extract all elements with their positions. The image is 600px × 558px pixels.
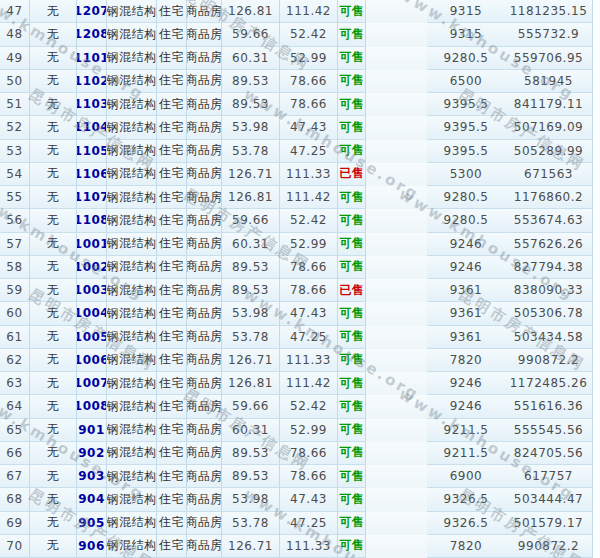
room-number-link[interactable]: 1006 [77, 349, 107, 372]
inner-area-cell: 78.66 [280, 93, 338, 116]
total-price-cell: 617757 [505, 465, 593, 488]
unit-price-cell: 9246 [427, 395, 505, 418]
property-type-cell: 商品房 [187, 372, 222, 395]
edge-spacer [593, 302, 600, 325]
spacer-cell [366, 395, 427, 418]
inner-area-cell: 111.33 [280, 535, 338, 558]
room-number-link[interactable]: 1002 [77, 256, 107, 279]
edge-spacer [593, 512, 600, 535]
flag-cell: 无 [30, 47, 77, 70]
flag-cell: 无 [30, 302, 77, 325]
inner-area-cell: 47.43 [280, 116, 338, 139]
unit-price-cell: 9315 [427, 23, 505, 46]
room-number-link[interactable]: 906 [77, 535, 107, 558]
room-number-link[interactable]: 1008 [77, 395, 107, 418]
spacer-cell [366, 186, 427, 209]
room-number-link[interactable]: 901 [77, 419, 107, 442]
status-cell: 已售 [338, 279, 366, 302]
usage-cell: 住宅 [157, 442, 187, 465]
build-area-cell: 59.66 [222, 395, 280, 418]
structure-cell: 钢混结构 [107, 349, 157, 372]
unit-price-cell: 9326.5 [427, 512, 505, 535]
spacer-cell [366, 488, 427, 511]
flag-cell: 无 [30, 186, 77, 209]
build-area-cell: 53.78 [222, 326, 280, 349]
total-price-cell: 555732.9 [505, 23, 593, 46]
flag-cell: 无 [30, 233, 77, 256]
structure-cell: 钢混结构 [107, 163, 157, 186]
property-type-cell: 商品房 [187, 256, 222, 279]
room-number-link[interactable]: 1103 [77, 93, 107, 116]
table-row: 65无901钢混结构住宅商品房60.3152.99可售9211.5555545.… [0, 419, 600, 442]
room-number-link[interactable]: 1105 [77, 140, 107, 163]
build-area-cell: 126.81 [222, 186, 280, 209]
structure-cell: 钢混结构 [107, 395, 157, 418]
room-number-link[interactable]: 904 [77, 488, 107, 511]
spacer-cell [366, 70, 427, 93]
row-number-cell: 58 [0, 256, 30, 279]
room-number-link[interactable]: 1208 [77, 23, 107, 46]
usage-cell: 住宅 [157, 23, 187, 46]
room-number-link[interactable]: 1207 [77, 0, 107, 23]
room-number-link[interactable]: 905 [77, 512, 107, 535]
room-number-link[interactable]: 1104 [77, 116, 107, 139]
row-number-cell: 62 [0, 349, 30, 372]
inner-area-cell: 52.42 [280, 23, 338, 46]
property-type-cell: 商品房 [187, 326, 222, 349]
unit-price-cell: 9246 [427, 372, 505, 395]
room-number-link[interactable]: 1004 [77, 302, 107, 325]
room-number-link[interactable]: 903 [77, 465, 107, 488]
edge-spacer [593, 349, 600, 372]
room-number-link[interactable]: 1007 [77, 372, 107, 395]
room-number-link[interactable]: 1106 [77, 163, 107, 186]
table-row: 52无1104钢混结构住宅商品房53.9847.43可售9395.5507169… [0, 116, 600, 139]
room-number-link[interactable]: 1005 [77, 326, 107, 349]
table-row: 60无1004钢混结构住宅商品房53.9847.43可售9361505306.7… [0, 302, 600, 325]
usage-cell: 住宅 [157, 0, 187, 23]
room-number-link[interactable]: 1108 [77, 209, 107, 232]
flag-cell: 无 [30, 116, 77, 139]
edge-spacer [593, 70, 600, 93]
status-cell: 可售 [338, 535, 366, 558]
room-number-link[interactable]: 1001 [77, 233, 107, 256]
unit-price-cell: 9211.5 [427, 442, 505, 465]
structure-cell: 钢混结构 [107, 233, 157, 256]
edge-spacer [593, 419, 600, 442]
unit-price-cell: 9246 [427, 233, 505, 256]
usage-cell: 住宅 [157, 279, 187, 302]
total-price-cell: 990872.2 [505, 349, 593, 372]
room-number-link[interactable]: 1101 [77, 47, 107, 70]
spacer-cell [366, 372, 427, 395]
build-area-cell: 89.53 [222, 465, 280, 488]
room-number-link[interactable]: 1107 [77, 186, 107, 209]
build-area-cell: 53.98 [222, 116, 280, 139]
build-area-cell: 89.53 [222, 70, 280, 93]
unit-price-cell: 9280.5 [427, 186, 505, 209]
structure-cell: 钢混结构 [107, 256, 157, 279]
room-number-link[interactable]: 1102 [77, 70, 107, 93]
inner-area-cell: 111.42 [280, 372, 338, 395]
build-area-cell: 53.78 [222, 140, 280, 163]
structure-cell: 钢混结构 [107, 279, 157, 302]
unit-price-cell: 9395.5 [427, 116, 505, 139]
room-number-link[interactable]: 1003 [77, 279, 107, 302]
usage-cell: 住宅 [157, 163, 187, 186]
table-row: 58无1002钢混结构住宅商品房89.5378.66可售9246827794.3… [0, 256, 600, 279]
row-number-cell: 57 [0, 233, 30, 256]
build-area-cell: 53.98 [222, 302, 280, 325]
flag-cell: 无 [30, 163, 77, 186]
unit-price-cell: 9280.5 [427, 47, 505, 70]
status-cell: 可售 [338, 47, 366, 70]
edge-spacer [593, 279, 600, 302]
usage-cell: 住宅 [157, 326, 187, 349]
table-row: 51无1103钢混结构住宅商品房89.5378.66可售9395.5841179… [0, 93, 600, 116]
row-number-cell: 63 [0, 372, 30, 395]
total-price-cell: 505306.78 [505, 302, 593, 325]
property-type-cell: 商品房 [187, 349, 222, 372]
inner-area-cell: 47.25 [280, 326, 338, 349]
status-cell: 可售 [338, 23, 366, 46]
table-row: 55无1107钢混结构住宅商品房126.81111.42可售9280.51176… [0, 186, 600, 209]
structure-cell: 钢混结构 [107, 186, 157, 209]
room-number-link[interactable]: 902 [77, 442, 107, 465]
total-price-cell: 1176860.2 [505, 186, 593, 209]
